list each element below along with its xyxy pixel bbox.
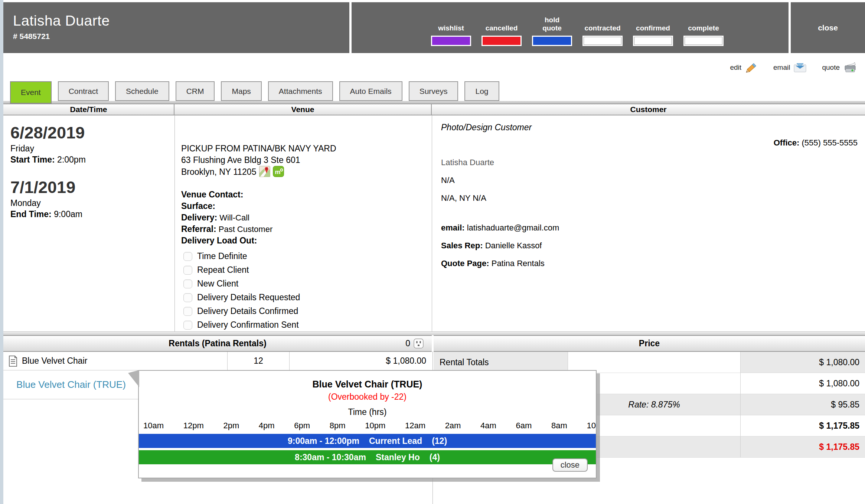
order-number: # 5485721 xyxy=(13,32,349,41)
wishlist-swatch xyxy=(432,37,470,45)
status-legend: wishlist cancelled hold quote contracted… xyxy=(352,2,789,53)
close-window-button[interactable]: close xyxy=(791,2,865,53)
repeat-client-checkbox[interactable] xyxy=(183,266,192,275)
email-button[interactable]: email xyxy=(773,63,806,72)
office-phone: Office: (555) 555-5555 xyxy=(774,138,858,148)
page-edge xyxy=(0,0,3,504)
tab-auto-emails[interactable]: Auto Emails xyxy=(339,81,402,101)
delivery-checkboxes: Time Definite Repeat Client New Client D… xyxy=(181,249,432,332)
power-outlet-icon[interactable] xyxy=(414,338,424,348)
delivery-confirmation-sent-checkbox[interactable] xyxy=(183,321,192,330)
checkbox-row: Time Definite xyxy=(181,249,432,263)
checkbox-row: Delivery Confirmation Sent xyxy=(181,318,432,332)
tab-surveys[interactable]: Surveys xyxy=(409,81,458,101)
legend-item-contracted: contracted xyxy=(584,24,621,45)
legend-item-hold-quote: hold quote xyxy=(533,16,571,45)
customer-header: Customer xyxy=(432,104,865,115)
section-strip xyxy=(3,331,865,335)
tab-event[interactable]: Event xyxy=(10,81,52,104)
header-customer-block: Latisha Duarte # 5485721 xyxy=(3,2,349,53)
rental-item-qty: 12 xyxy=(228,352,290,370)
venue-field: Surface: xyxy=(181,200,432,212)
venue-fields: Venue Contact: Surface: Delivery: Will-C… xyxy=(181,189,432,246)
checkbox-row: Delivery Details Requested xyxy=(181,291,432,304)
customer-city-line: N/A, NY N/A xyxy=(441,193,486,203)
edit-button[interactable]: edit xyxy=(730,62,758,73)
tab-attachments[interactable]: Attachments xyxy=(268,81,333,101)
rental-item-row[interactable]: Blue Velvet Chair xyxy=(3,352,228,370)
legend-item-confirmed: confirmed xyxy=(634,24,672,45)
legend-item-complete: complete xyxy=(685,24,722,45)
tab-crm[interactable]: CRM xyxy=(176,81,215,101)
cancelled-swatch xyxy=(483,37,520,45)
customer-type: Photo/Design Customer xyxy=(441,122,532,132)
tab-log[interactable]: Log xyxy=(464,81,499,101)
tab-strip xyxy=(3,101,865,104)
quote-page: Quote Page: Patina Rentals xyxy=(441,259,545,268)
availability-popup: Blue Velvet Chair (TRUE) (Overbooked by … xyxy=(138,370,597,478)
venue-header: Venue xyxy=(174,104,432,115)
tab-bar: Event Contract Schedule CRM Maps Attachm… xyxy=(10,81,499,101)
contracted-swatch xyxy=(584,37,621,45)
start-day: Friday xyxy=(10,144,34,154)
page-title: Latisha Duarte xyxy=(13,13,349,29)
time-axis-title: Time (hrs) xyxy=(139,407,596,417)
tab-maps[interactable]: Maps xyxy=(221,81,261,101)
rental-item-price: $ 1,080.00 xyxy=(290,352,432,370)
end-day: Monday xyxy=(10,198,41,208)
mapquest-icon[interactable]: m xyxy=(273,166,284,177)
pencil-icon xyxy=(745,62,758,73)
rental-availability-link[interactable]: Blue Velvet Chair (TRUE) xyxy=(3,370,139,399)
venue-field: Delivery Load Out: xyxy=(181,235,432,246)
popup-pointer-icon xyxy=(128,370,139,387)
customer-address-line: N/A xyxy=(441,176,455,185)
checkbox-row: New Client xyxy=(181,277,432,291)
time-definite-checkbox[interactable] xyxy=(183,252,192,261)
quote-button[interactable]: quote xyxy=(822,62,857,73)
legend-item-cancelled: cancelled xyxy=(483,24,520,45)
power-count: 0 xyxy=(405,336,424,351)
booking-bar-current-lead[interactable]: 9:00am - 12:00pm Current Lead (12) xyxy=(139,434,596,448)
venue-address-line1: 63 Flushing Ave Bldg 3 Ste 601 xyxy=(181,154,432,166)
google-maps-icon[interactable] xyxy=(259,166,270,177)
datetime-header: Date/Time xyxy=(3,104,174,115)
start-time: Start Time: 2:00pm xyxy=(10,155,86,165)
venue-field: Referral: Past Customer xyxy=(181,223,432,235)
event-detail-window: Latisha Duarte # 5485721 wishlist cancel… xyxy=(0,0,865,504)
venue-address: PICKUP FROM PATINA/BK NAVY YARD 63 Flush… xyxy=(181,143,432,178)
hold-quote-swatch xyxy=(533,37,571,45)
confirmed-swatch xyxy=(634,37,672,45)
sales-rep: Sales Rep: Danielle Kassof xyxy=(441,241,542,251)
svg-text:m: m xyxy=(275,168,281,176)
booking-bar-stanley-ho[interactable]: 8:30am - 10:30am Stanley Ho (4) xyxy=(139,450,596,464)
customer-panel: Photo/Design Customer Office: (555) 555-… xyxy=(432,115,865,331)
time-axis-ticks: 10am12pm2pm4pm6pm8pm10pm12am2am4am6am8am… xyxy=(139,421,596,431)
delivery-details-confirmed-checkbox[interactable] xyxy=(183,307,192,316)
customer-email: email: latishaduarte@gmail.com xyxy=(441,223,559,233)
overbooked-warning: (Overbooked by -22) xyxy=(139,392,596,402)
price-header: Price xyxy=(434,335,865,352)
tab-schedule[interactable]: Schedule xyxy=(115,81,169,101)
printer-icon xyxy=(843,62,857,73)
popup-close-button[interactable]: close xyxy=(552,458,588,472)
document-icon xyxy=(9,356,17,367)
popup-title: Blue Velvet Chair (TRUE) xyxy=(139,379,596,390)
envelope-icon xyxy=(794,63,806,72)
complete-swatch xyxy=(685,37,722,45)
section-headers: Date/Time Venue Customer xyxy=(3,104,865,115)
checkbox-row: Repeat Client xyxy=(181,263,432,277)
quick-actions: edit email quote xyxy=(730,62,857,73)
venue-field: Venue Contact: xyxy=(181,189,432,200)
tab-contract[interactable]: Contract xyxy=(58,81,109,101)
rental-item-name: Blue Velvet Chair xyxy=(22,356,87,366)
end-date: 7/1/2019 xyxy=(10,178,75,197)
venue-name: PICKUP FROM PATINA/BK NAVY YARD xyxy=(181,143,432,154)
venue-field: Delivery: Will-Call xyxy=(181,212,432,223)
legend-item-wishlist: wishlist xyxy=(432,24,470,45)
new-client-checkbox[interactable] xyxy=(183,279,192,288)
end-time: End Time: 9:00am xyxy=(10,209,82,219)
venue-panel: PICKUP FROM PATINA/BK NAVY YARD 63 Flush… xyxy=(175,115,432,332)
customer-name: Latisha Duarte xyxy=(441,158,494,167)
rentals-header: Rentals (Patina Rentals) 0 xyxy=(3,335,432,352)
delivery-details-requested-checkbox[interactable] xyxy=(183,293,192,302)
